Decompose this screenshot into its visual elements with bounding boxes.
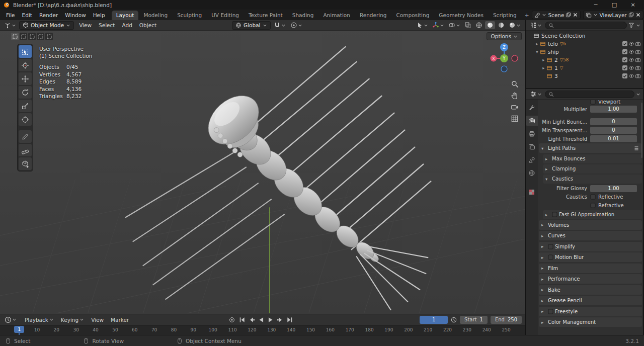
show-gizmo-dropdown[interactable] — [431, 21, 446, 29]
select-mode-select-box[interactable] — [20, 33, 27, 40]
prop-field-min-transparent[interactable]: 0 — [590, 127, 637, 134]
menu-help[interactable]: Help — [90, 11, 109, 19]
timeline-menu-playback[interactable]: Playback — [21, 316, 57, 324]
play-button[interactable] — [266, 316, 275, 324]
checkbox-empty-icon[interactable] — [548, 254, 553, 260]
panel-motion-blur[interactable]: ▸Motion Blur — [539, 252, 642, 262]
output-properties-tab[interactable] — [526, 129, 538, 139]
tab-animation[interactable]: Animation — [318, 11, 355, 20]
grid-toggle-icon[interactable] — [511, 115, 519, 123]
viewport-menu-view[interactable]: View — [75, 21, 95, 29]
tab-uv-editing[interactable]: UV Editing — [207, 11, 244, 20]
select-mode-select-circle[interactable] — [28, 33, 36, 40]
auto-keying-toggle[interactable] — [227, 316, 236, 324]
menu-render[interactable]: Render — [36, 11, 61, 19]
properties-search-input[interactable] — [545, 91, 634, 98]
outliner-row-ship[interactable]: ▾ship — [526, 48, 643, 56]
outliner-row-2[interactable]: ▸2▽58 — [526, 56, 643, 64]
end-frame-field[interactable]: End250 — [491, 316, 522, 324]
checkbox-icon[interactable] — [622, 41, 628, 47]
disclosure-icon[interactable]: ▸ — [541, 57, 546, 62]
cam-icon[interactable] — [635, 49, 641, 55]
maximize-button[interactable]: □ — [607, 0, 622, 10]
cam-icon[interactable] — [635, 73, 641, 79]
prop-field-multiplier[interactable]: 1.00 — [590, 106, 637, 113]
panel-volumes[interactable]: ▸Volumes — [539, 220, 642, 230]
gizmo-x-label[interactable]: X — [493, 57, 495, 61]
new-viewlayer-icon[interactable] — [628, 12, 634, 18]
checkbox-icon[interactable] — [622, 57, 628, 63]
viewport-menu-add[interactable]: Add — [118, 21, 135, 29]
tool-properties-tab[interactable] — [526, 103, 538, 113]
panel-performance[interactable]: ▸Performance — [539, 274, 642, 284]
transform-orientation-dropdown[interactable]: Global — [232, 21, 271, 30]
jump-to-start-button[interactable] — [237, 316, 246, 324]
viewlayer-selector[interactable]: ViewLayer — [583, 11, 643, 19]
tab-texture-paint[interactable]: Texture Paint — [244, 11, 287, 20]
checkbox-empty-icon[interactable] — [590, 100, 596, 105]
panel-fast-gi-approximation[interactable]: ▸Fast GI Approximation — [543, 210, 642, 219]
eye-icon[interactable] — [628, 65, 634, 71]
playhead[interactable]: 1 — [14, 326, 24, 333]
shading-rendered-button[interactable] — [507, 21, 522, 29]
prop-field-light-threshold[interactable]: 0.01 — [590, 135, 637, 142]
timeline-menu-view[interactable]: View — [88, 316, 107, 324]
outliner-row-1[interactable]: ▸1▽ — [526, 64, 643, 72]
minimize-button[interactable]: ─ — [588, 0, 603, 10]
play-reverse-button[interactable] — [257, 316, 265, 324]
measure-tool[interactable] — [19, 144, 32, 156]
add-cube-tool[interactable] — [19, 157, 32, 170]
jump-to-next-keyframe-button[interactable] — [276, 316, 284, 324]
panel-color-management[interactable]: ▸Color Management — [539, 317, 642, 327]
gizmo-y-label[interactable]: Y — [503, 56, 506, 61]
outliner-row-telo[interactable]: ▸telo▽6 — [526, 40, 643, 48]
annotate-tool[interactable] — [19, 130, 32, 143]
gizmo-z-label[interactable]: Z — [503, 45, 506, 50]
texture-properties-tab[interactable] — [526, 187, 538, 197]
cursor-tool[interactable] — [19, 59, 32, 71]
panel-curves[interactable]: ▸Curves — [539, 231, 642, 240]
menu-edit[interactable]: Edit — [19, 11, 36, 19]
outliner-row-scene-collection[interactable]: Scene Collection — [526, 32, 643, 40]
cam-icon[interactable] — [635, 57, 641, 63]
unlink-scene-icon[interactable] — [573, 12, 578, 18]
select-mode-tweak[interactable] — [11, 33, 19, 40]
panel-simplify[interactable]: ▸Simplify — [539, 242, 642, 251]
move-tool[interactable] — [19, 72, 32, 85]
add-workspace-button[interactable]: + — [522, 11, 532, 20]
checkbox-icon[interactable] — [622, 65, 628, 71]
select-box-tool[interactable] — [19, 45, 32, 58]
tab-shading[interactable]: Shading — [288, 11, 318, 20]
pan-hand-icon[interactable] — [511, 92, 519, 100]
disclosure-icon[interactable]: ▸ — [541, 65, 546, 70]
checkbox-empty-icon[interactable] — [552, 212, 557, 217]
eye-icon[interactable] — [628, 57, 634, 63]
show-overlays-dropdown[interactable] — [447, 21, 462, 29]
tab-layout[interactable]: Layout — [112, 11, 139, 20]
outliner-editor-type-button[interactable] — [528, 21, 543, 29]
tab-sculpting[interactable]: Sculpting — [173, 11, 206, 20]
chevron-down-icon[interactable] — [636, 23, 640, 28]
cam-icon[interactable] — [635, 65, 641, 71]
prop-field-min-light-bounc[interactable]: 0 — [590, 118, 637, 125]
new-scene-icon[interactable] — [566, 12, 571, 18]
tab-compositing[interactable]: Compositing — [392, 11, 434, 20]
menu-lines-icon[interactable] — [633, 145, 639, 151]
object-visibility-dropdown[interactable] — [415, 21, 430, 29]
checkbox-empty-icon[interactable] — [590, 194, 596, 200]
camera-view-icon[interactable] — [511, 103, 519, 111]
tab-modeling[interactable]: Modeling — [139, 11, 172, 20]
filter-icon[interactable] — [628, 22, 634, 28]
cam-icon[interactable] — [635, 41, 641, 47]
jump-to-prev-keyframe-button[interactable] — [247, 316, 256, 324]
checkbox-empty-icon[interactable] — [548, 309, 553, 314]
panel-light-paths[interactable]: ▾Light Paths — [539, 143, 642, 153]
scene-selector[interactable]: Scene — [532, 11, 581, 19]
timeline-menu-marker[interactable]: Marker — [107, 316, 132, 324]
current-frame-field[interactable]: 1 — [420, 316, 448, 324]
editor-type-button[interactable] — [3, 21, 18, 29]
panel-freestyle[interactable]: ▸Freestyle — [539, 307, 642, 316]
menu-file[interactable]: File — [3, 11, 19, 19]
3d-viewport[interactable]: Options User Perspective (1) Scene Colle… — [0, 31, 525, 314]
transform-tool[interactable] — [19, 113, 32, 126]
